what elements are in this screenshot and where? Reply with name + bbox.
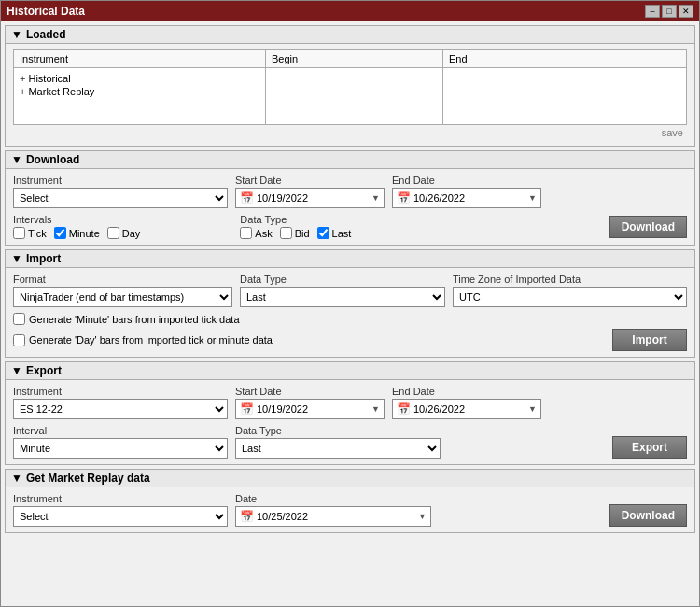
download-instrument-select[interactable]: Select [13,188,228,208]
data-type-label: Data Type [240,214,459,225]
download-end-date-dropdown[interactable]: 📅 10/26/2022 ▼ [392,188,541,208]
export-instrument-select[interactable]: ES 12-22 [13,399,228,419]
market-replay-download-button[interactable]: Download [609,504,687,527]
minute-checkbox[interactable] [54,227,66,239]
generate-minute-label: Generate 'Minute' bars from imported tic… [29,314,240,325]
ask-label: Ask [255,228,272,239]
download-start-cal-icon: 📅 [240,191,254,205]
loaded-begin-col [266,68,443,124]
intervals-row: Tick Minute Day [13,227,232,239]
import-section-body: Format NinjaTrader (end of bar timestamp… [6,268,694,357]
import-button[interactable]: Import [612,329,687,351]
market-replay-date-dropdown[interactable]: 📅 10/25/2022 ▼ [235,506,431,527]
minute-checkbox-label[interactable]: Minute [54,227,100,239]
export-start-date-dropdown[interactable]: 📅 10/19/2022 ▼ [235,399,385,419]
import-timezone-select[interactable]: UTC [453,287,687,307]
loaded-table-header: Instrument Begin End [14,50,686,68]
historical-expand-icon: + [20,73,25,84]
window-title: Historical Data [7,5,85,18]
last-checkbox-label[interactable]: Last [317,227,352,239]
loaded-end-col [443,68,686,124]
export-section: ▼ Export Instrument ES 12-22 Start Date … [5,361,695,465]
market-replay-btn-col: Download [439,504,687,527]
market-replay-section-title: Get Market Replay data [26,472,150,485]
download-section-header[interactable]: ▼ Download [6,151,694,169]
import-format-select[interactable]: NinjaTrader (end of bar timestamps) [13,287,232,307]
tick-checkbox[interactable] [13,227,25,239]
loaded-section-title: Loaded [26,28,66,41]
market-replay-instrument-select[interactable]: Select [13,506,228,527]
export-section-header[interactable]: ▼ Export [6,362,694,380]
generate-minute-checkbox[interactable] [13,313,25,325]
market-replay-collapse-icon: ▼ [11,472,22,485]
save-link[interactable]: save [13,125,687,140]
import-row3: Generate 'Day' bars from imported tick o… [13,329,687,351]
export-interval-label: Interval [13,425,228,436]
tick-checkbox-label[interactable]: Tick [13,227,47,239]
download-start-date-value: 10/19/2022 [257,192,369,204]
day-label: Day [122,228,141,239]
close-button[interactable]: ✕ [679,5,693,18]
loaded-section-header[interactable]: ▼ Loaded [6,26,694,44]
export-end-date-dropdown[interactable]: 📅 10/26/2022 ▼ [392,399,541,419]
download-end-date-value: 10/26/2022 [413,192,525,204]
market-replay-instrument-col: Instrument Select [13,493,228,527]
day-checkbox-label[interactable]: Day [107,227,141,239]
download-btn-col: Download [468,216,687,238]
download-collapse-icon: ▼ [11,153,22,166]
export-button[interactable]: Export [612,436,687,459]
market-replay-date-col: Date 📅 10/25/2022 ▼ [235,493,431,527]
import-data-type-select[interactable]: Last [240,287,445,307]
maximize-button[interactable]: □ [662,5,677,18]
day-checkbox[interactable] [107,227,119,239]
market-replay-expand-icon: + [20,86,25,97]
minute-label: Minute [69,228,100,239]
minimize-button[interactable]: – [645,5,660,18]
market-replay-section-body: Instrument Select Date 📅 10/25/2022 ▼ [6,487,694,532]
export-btn-col: Export [448,436,687,459]
export-data-type-col: Data Type Last [235,425,441,459]
import-section-title: Import [26,252,61,265]
loaded-col-begin: Begin [266,50,443,67]
generate-day-checkbox[interactable] [13,334,25,346]
historical-tree-item[interactable]: + Historical [20,72,259,85]
market-replay-tree-item[interactable]: + Market Replay [20,85,259,98]
export-row1: Instrument ES 12-22 Start Date 📅 10/19/2… [13,386,687,419]
market-replay-section-header[interactable]: ▼ Get Market Replay data [6,470,694,487]
export-interval-select[interactable]: Minute [13,438,228,459]
download-button[interactable]: Download [609,216,687,238]
ask-checkbox-label[interactable]: Ask [240,227,272,239]
loaded-data-area: Instrument Begin End + Historical + [13,49,687,125]
intervals-label: Intervals [13,214,232,225]
last-label: Last [332,228,352,239]
loaded-table-body: + Historical + Market Replay [14,68,686,124]
market-replay-instrument-label: Instrument [13,493,228,504]
loaded-collapse-icon: ▼ [11,28,22,41]
loaded-instrument-col: + Historical + Market Replay [14,68,266,124]
generate-minute-check: Generate 'Minute' bars from imported tic… [13,313,687,325]
import-section-header[interactable]: ▼ Import [6,250,694,268]
import-data-type-label: Data Type [240,274,445,285]
last-checkbox[interactable] [317,227,329,239]
ask-checkbox[interactable] [240,227,252,239]
bid-checkbox-label[interactable]: Bid [280,227,310,239]
download-start-arrow-icon: ▼ [371,193,380,203]
loaded-col-instrument: Instrument [14,50,266,67]
export-data-type-label: Data Type [235,425,441,436]
export-end-arrow-icon: ▼ [528,404,537,414]
import-timezone-col: Time Zone of Imported Data UTC [453,274,687,307]
bid-label: Bid [295,228,310,239]
export-start-date-col: Start Date 📅 10/19/2022 ▼ [235,386,385,419]
main-window: Historical Data – □ ✕ ▼ Loaded Instrumen… [0,0,700,607]
title-bar: Historical Data – □ ✕ [1,1,699,21]
import-format-col: Format NinjaTrader (end of bar timestamp… [13,274,232,307]
export-data-type-select[interactable]: Last [235,438,441,459]
tick-label: Tick [28,228,47,239]
download-end-arrow-icon: ▼ [528,193,537,203]
download-instrument-col: Instrument Select [13,175,228,208]
bid-checkbox[interactable] [280,227,292,239]
data-type-col: Data Type Ask Bid [240,214,459,239]
download-start-date-dropdown[interactable]: 📅 10/19/2022 ▼ [235,188,385,208]
loaded-col-end: End [443,50,686,67]
export-interval-col: Interval Minute [13,425,228,459]
